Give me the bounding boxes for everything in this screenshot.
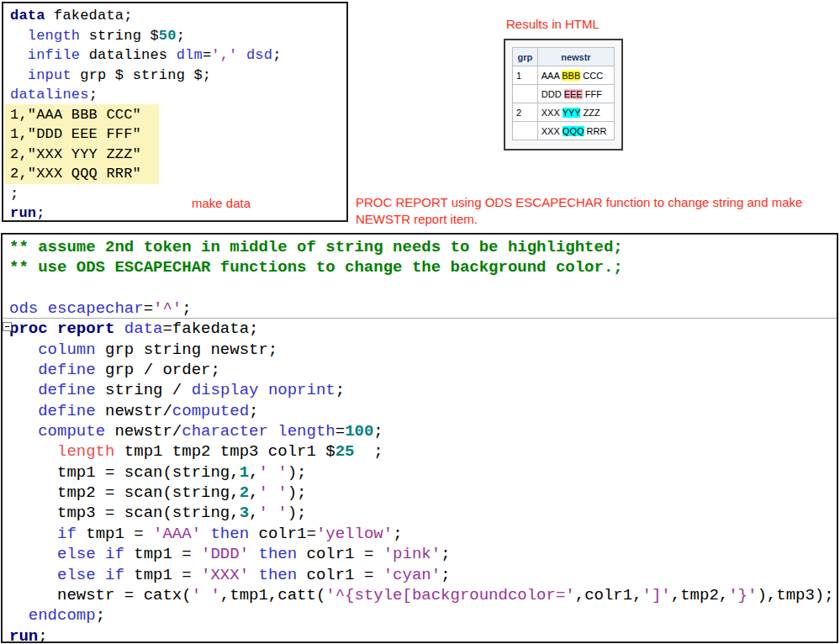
proc-report-caption: PROC REPORT using ODS ESCAPECHAR functio… [356, 194, 840, 228]
column-header-newstr: newstr [537, 48, 614, 66]
caption-line-1: PROC REPORT using ODS ESCAPECHAR functio… [356, 194, 840, 211]
code-line: datalines; [10, 85, 346, 105]
make-data-annotation: make data [192, 196, 251, 210]
results-frame: grp newstr 1AAA BBB CCC DDD EEE FFF2XXX … [504, 39, 623, 150]
code-line: ; [10, 184, 346, 204]
cell-newstr: XXX YYY ZZZ [537, 103, 614, 122]
collapse-minus-icon[interactable] [3, 322, 12, 331]
data-step-code-lines: data fakedata; length string $50; infile… [3, 3, 346, 224]
code-line: data fakedata; [10, 6, 346, 26]
code-line: length string $50; [10, 26, 346, 46]
cell-grp [513, 122, 538, 140]
table-header-row: grp newstr [513, 48, 615, 66]
table-row: 1AAA BBB CCC [513, 66, 615, 85]
code-line: compute newstr/character length=100; [9, 421, 837, 441]
code-line: input grp $ string $; [10, 66, 346, 86]
cell-grp: 1 [513, 66, 538, 85]
cell-grp: 2 [513, 103, 538, 122]
code-line: else if tmp1 = 'DDD' then colr1 = 'pink'… [9, 544, 837, 564]
code-line [9, 278, 837, 298]
column-header-grp: grp [513, 48, 538, 66]
proc-report-code-lines: ** assume 2nd token in middle of string … [3, 235, 837, 644]
cell-newstr: AAA BBB CCC [537, 66, 614, 85]
screenshot-root: data fakedata; length string $50; infile… [0, 0, 840, 644]
cell-newstr: XXX QQQ RRR [537, 122, 614, 140]
highlighted-token: BBB [562, 71, 580, 81]
proc-report-code-block[interactable]: ** assume 2nd token in middle of string … [1, 233, 838, 643]
highlighted-token: EEE [564, 89, 583, 99]
caption-line-2: NEWSTR report item. [356, 211, 840, 228]
results-title: Results in HTML [506, 17, 600, 31]
results-table-body: 1AAA BBB CCC DDD EEE FFF2XXX YYY ZZZ XXX… [513, 66, 615, 140]
code-line: else if tmp1 = 'XXX' then colr1 = 'cyan'… [9, 565, 837, 585]
code-line: 1,"AAA BBB CCC" [10, 105, 346, 125]
code-line: ** assume 2nd token in middle of string … [9, 237, 837, 257]
code-line: endcomp; [9, 605, 837, 626]
results-table: grp newstr 1AAA BBB CCC DDD EEE FFF2XXX … [512, 47, 615, 140]
table-row: XXX QQQ RRR [513, 122, 615, 140]
code-line: 1,"DDD EEE FFF" [10, 124, 346, 145]
highlighted-token: QQQ [563, 126, 584, 136]
code-line: run; [9, 626, 837, 644]
table-row: 2XXX YYY ZZZ [513, 103, 615, 122]
table-row: DDD EEE FFF [513, 85, 615, 103]
code-line: run; [10, 203, 346, 224]
highlighted-token: YYY [563, 108, 581, 118]
code-line: ods escapechar='^'; [9, 298, 837, 319]
code-line: newstr = catx(' ',tmp1,catt('^{style[bac… [9, 585, 837, 605]
code-line: proc report data=fakedata; [9, 319, 837, 339]
code-line: infile datalines dlm=',' dsd; [10, 45, 346, 66]
code-line: define grp / order; [9, 360, 837, 380]
cell-newstr: DDD EEE FFF [537, 85, 614, 103]
code-line: column grp string newstr; [9, 340, 837, 360]
code-line: tmp2 = scan(string,2,' '); [9, 483, 837, 503]
code-line: 2,"XXX QQQ RRR" [10, 164, 346, 184]
code-line: ** use ODS ESCAPECHAR functions to chang… [9, 257, 837, 277]
code-line: define newstr/computed; [9, 401, 837, 421]
data-step-code-block[interactable]: data fakedata; length string $50; infile… [2, 2, 348, 222]
code-line: tmp1 = scan(string,1,' '); [9, 462, 837, 483]
cell-grp [513, 85, 538, 103]
code-line: length tmp1 tmp2 tmp3 colr1 $25 ; [9, 441, 837, 462]
code-line: tmp3 = scan(string,3,' '); [9, 503, 837, 523]
code-line: define string / display noprint; [9, 380, 837, 400]
code-line: if tmp1 = 'AAA' then colr1='yellow'; [9, 524, 837, 544]
code-line: 2,"XXX YYY ZZZ" [10, 145, 346, 165]
